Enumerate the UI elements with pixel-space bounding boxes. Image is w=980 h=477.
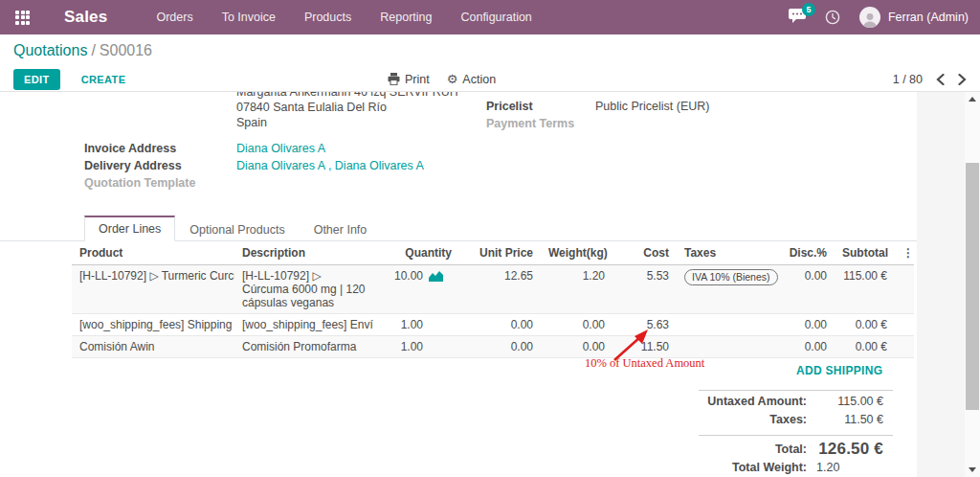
order-lines-table: Product Description Quantity Unit Price … — [72, 241, 914, 358]
tab-bar: Order Lines Optional Products Other Info — [0, 216, 917, 241]
table-header-row: Product Description Quantity Unit Price … — [72, 241, 914, 265]
cell-subtotal: 115.00 € — [835, 265, 895, 314]
total-weight-value: 1.20 — [807, 461, 893, 474]
tab-order-lines[interactable]: Order Lines — [84, 216, 175, 241]
activities-button[interactable] — [825, 10, 840, 25]
invoice-address-link[interactable]: Diana Olivares A — [236, 142, 325, 155]
optional-columns-button[interactable]: ⋮ — [895, 241, 914, 265]
totals-divider — [699, 435, 893, 436]
col-subtotal[interactable]: Subtotal — [835, 241, 895, 265]
col-weight[interactable]: Weight(kg) — [541, 241, 612, 265]
nav-item-to-invoice[interactable]: To Invoice — [214, 11, 283, 24]
forecast-chart-icon[interactable] — [429, 270, 443, 282]
cell-weight: 0.00 — [541, 336, 612, 358]
col-description[interactable]: Description — [234, 241, 373, 265]
form-sheet: Margarita Ankermann 46 izq SERVIFRUIT 07… — [0, 92, 980, 477]
cell-weight: 0.00 — [541, 314, 612, 336]
quantity-value: 1.00 — [401, 318, 423, 331]
taxes-label: Taxes: — [699, 413, 807, 426]
edit-button[interactable]: EDIT — [13, 69, 60, 90]
pager-previous-button[interactable] — [936, 74, 945, 85]
pager-count[interactable]: 1 / 80 — [893, 73, 923, 86]
cell-description: [H-LL-10792] ▷ Cúrcuma 6000 mg | 120 cáp… — [234, 265, 373, 314]
col-disc[interactable]: Disc.% — [770, 241, 835, 265]
nav-item-configuration[interactable]: Configuration — [453, 11, 539, 24]
chevron-right-icon — [958, 74, 967, 85]
user-menu[interactable]: Ferran (Admin) — [859, 7, 969, 28]
untaxed-amount-value: 115.00 € — [807, 395, 893, 408]
table-row[interactable]: [woo_shipping_fees] Shipping [woo_shippi… — [72, 314, 914, 336]
breadcrumb-current: S00016 — [100, 42, 152, 58]
invoice-address-label: Invoice Address — [84, 142, 236, 155]
gear-icon: ⚙ — [447, 73, 458, 85]
table-row[interactable]: Comisión Awin Comisión Promofarma 1.00 0… — [72, 336, 914, 358]
add-shipping-button[interactable]: ADD SHIPPING — [796, 364, 882, 377]
pager-next-button[interactable] — [958, 74, 967, 85]
nav-item-products[interactable]: Products — [297, 11, 359, 24]
totals-panel: Untaxed Amount: 115.00 € Taxes: 11.50 € … — [699, 390, 893, 477]
action-label: Action — [462, 73, 496, 86]
untaxed-amount-label: Untaxed Amount: — [699, 395, 807, 408]
tab-other-info[interactable]: Other Info — [300, 217, 382, 241]
cell-disc: 0.00 — [770, 265, 835, 314]
cell-unit-price: 0.00 — [459, 336, 541, 358]
breadcrumb-quotations[interactable]: Quotations — [13, 42, 87, 58]
cell-product: [H-LL-10792] ▷ Turmeric Curcu... — [72, 265, 234, 314]
vertical-scrollbar[interactable] — [965, 92, 980, 477]
col-product[interactable]: Product — [72, 241, 234, 265]
clock-icon — [825, 10, 840, 25]
cell-product: Comisión Awin — [72, 336, 234, 358]
cell-disc: 0.00 — [770, 314, 835, 336]
cell-unit-price: 12.65 — [459, 265, 541, 314]
top-navbar: Sales Orders To Invoice Products Reporti… — [0, 0, 980, 34]
nav-item-orders[interactable]: Orders — [148, 11, 200, 24]
cell-quantity: 1.00 — [373, 336, 459, 358]
apps-menu-icon[interactable] — [15, 11, 30, 25]
cell-taxes — [677, 314, 770, 336]
notebook: Order Lines Optional Products Other Info… — [0, 216, 917, 358]
systray: 5 Ferran (Admin) — [789, 7, 969, 28]
col-cost[interactable]: Cost — [612, 241, 677, 265]
table-row[interactable]: [H-LL-10792] ▷ Turmeric Curcu... [H-LL-1… — [72, 265, 914, 314]
customer-fields: Margarita Ankermann 46 izq SERVIFRUIT 07… — [84, 92, 486, 192]
cell-taxes: IVA 10% (Bienes) — [677, 265, 770, 314]
scroll-down-arrow-icon[interactable] — [969, 467, 976, 472]
user-name: Ferran (Admin) — [888, 11, 969, 24]
col-quantity[interactable]: Quantity — [373, 241, 459, 265]
col-taxes[interactable]: Taxes — [677, 241, 770, 265]
total-label: Total: — [699, 443, 807, 456]
tab-optional-products[interactable]: Optional Products — [175, 217, 299, 241]
tax-badge: IVA 10% (Bienes) — [684, 269, 778, 285]
print-label: Print — [405, 73, 430, 86]
annotation-text: 10% of Untaxed Amount — [585, 356, 704, 371]
cell-quantity: 1.00 — [373, 314, 459, 336]
message-count-badge: 5 — [802, 3, 815, 16]
cell-subtotal: 0.00 € — [835, 314, 895, 336]
avatar — [859, 7, 880, 28]
nav-item-reporting[interactable]: Reporting — [372, 11, 439, 24]
app-name[interactable]: Sales — [64, 8, 107, 27]
col-unit-price[interactable]: Unit Price — [459, 241, 541, 265]
delivery-address-link[interactable]: Diana Olivares A , Diana Olivares A — [236, 159, 424, 172]
cell-taxes — [677, 336, 770, 358]
taxes-value: 11.50 € — [807, 413, 893, 426]
customer-address: Margarita Ankermann 46 izq SERVIFRUIT 07… — [236, 92, 486, 130]
main-menu: Orders To Invoice Products Reporting Con… — [148, 11, 552, 24]
create-button[interactable]: CREATE — [76, 73, 132, 86]
pricelist-label: Pricelist — [486, 100, 595, 113]
printer-icon — [388, 73, 400, 85]
scrollbar-thumb[interactable] — [966, 163, 979, 410]
cell-description: [woo_shipping_fees] Envío — [234, 314, 373, 336]
messages-button[interactable]: 5 — [789, 9, 806, 27]
quantity-value: 10.00 — [394, 269, 423, 283]
cell-subtotal: 0.00 € — [835, 336, 895, 358]
content-gutter — [917, 92, 965, 477]
action-menu[interactable]: ⚙ Action — [447, 73, 496, 86]
pager: 1 / 80 — [893, 73, 967, 86]
pricing-fields: Pricelist Public Pricelist (EUR) Payment… — [486, 98, 907, 132]
print-menu[interactable]: Print — [388, 73, 430, 86]
breadcrumb-separator: / — [91, 42, 95, 58]
scroll-up-arrow-icon[interactable] — [969, 97, 976, 102]
delivery-address-label: Delivery Address — [84, 159, 236, 172]
cell-disc: 0.00 — [770, 336, 835, 358]
